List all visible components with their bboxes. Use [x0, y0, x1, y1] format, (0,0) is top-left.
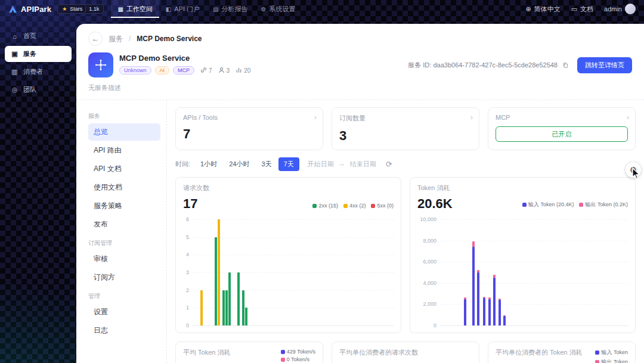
gridline [440, 325, 628, 326]
settings-gear-float[interactable]: ⚙ [626, 162, 641, 178]
subnav-item[interactable]: 发布 [88, 216, 160, 233]
y-axis-tick: 2 [183, 287, 189, 293]
time-option[interactable]: 7天 [278, 157, 299, 171]
github-stars-badge[interactable]: ★ Stars 1.1k [57, 4, 104, 14]
bar [464, 299, 466, 326]
bar [242, 290, 244, 325]
y-axis-tick: 1 [183, 305, 189, 311]
kpi-head: 平均 Token 消耗429 Token/s0 Token/s [183, 348, 315, 362]
topnav-item-label: API 门户 [174, 5, 200, 14]
sidebar-item-services[interactable]: ▣服务 [5, 46, 72, 62]
breadcrumb-parent[interactable]: 服务 [109, 34, 123, 44]
kpi-card: 平均单位消费者的请求次数5 [332, 342, 479, 363]
topnav-item[interactable]: ▤分析报告 [206, 0, 254, 18]
service-stat: 20 [236, 67, 250, 75]
chart-head: 请求次数172xx (15)4xx (2)5xx (0) [183, 184, 394, 212]
mcp-status-button[interactable]: 已开启 [496, 126, 628, 142]
sidebar-item-home[interactable]: ⌂首页 [5, 28, 72, 44]
time-option[interactable]: 3天 [256, 157, 277, 171]
plot-area [193, 219, 391, 325]
legend-item: 5xx (0) [371, 203, 394, 209]
breadcrumb: ← 服务 / MCP Demo Service [76, 24, 644, 51]
stat-card[interactable]: MCP›已开启 [488, 107, 636, 150]
topnav-item-label: 分析报告 [222, 5, 248, 14]
gridline [193, 325, 394, 326]
legend-item: 输入 Token [595, 349, 628, 356]
copy-icon[interactable] [562, 62, 569, 69]
kpi-title: 平均单位消费者的请求次数 [339, 348, 418, 357]
back-button[interactable]: ← [88, 32, 103, 46]
time-option[interactable]: 1小时 [195, 157, 222, 171]
chevron-right-icon: › [627, 113, 629, 122]
bar [488, 297, 491, 299]
star-icon: ★ [62, 6, 67, 12]
subnav-item[interactable]: 日志 [88, 322, 160, 339]
plot-area [440, 219, 626, 325]
bar [483, 298, 485, 325]
user-icon [218, 67, 225, 75]
service-stat: 7 [200, 67, 212, 75]
legend-label: 输入 Token (20.4K) [528, 201, 574, 209]
username: admin [604, 5, 622, 13]
topbar: APIPark ★ Stars 1.1k ▦工作空间◧API 门户▤分析报告⚙系… [0, 0, 644, 18]
sidebar-item-teams[interactable]: ◎团队 [5, 82, 72, 98]
bar [472, 247, 475, 325]
subnav-item[interactable]: 审核 [88, 250, 160, 268]
service-id-label: 服务 ID: [408, 61, 431, 69]
subnav-item[interactable]: 总览 [88, 123, 160, 141]
topnav-item[interactable]: ◧API 门户 [159, 0, 206, 18]
subnav-section-title: 订阅管理 [88, 239, 160, 247]
workspace-icon: ▦ [117, 6, 123, 13]
chart-legend: 2xx (15)4xx (2)5xx (0) [312, 203, 394, 209]
stat-card[interactable]: APIs / Tools›7 [175, 107, 323, 150]
service-description: 无服务描述 [88, 83, 250, 92]
back-arrow-icon: ← [92, 35, 99, 43]
sidebar-item-consumers[interactable]: ▥消费者 [5, 64, 72, 80]
legend-label: 输出 Token (0.2K) [585, 201, 628, 209]
left-sidebar: ⌂首页▣服务▥消费者◎团队 [0, 18, 76, 363]
bar [237, 272, 240, 325]
subnav-item[interactable]: 服务策略 [88, 197, 160, 215]
charts-row: 请求次数172xx (15)4xx (2)5xx (0)6543210Token… [175, 177, 636, 333]
service-stat: 3 [218, 67, 230, 75]
legend-label: 输出 Token [601, 358, 628, 363]
stat-card-label: APIs / Tools [183, 114, 315, 121]
stat-card[interactable]: 订阅数量›3 [332, 107, 479, 150]
bar [225, 290, 228, 325]
subnav-item[interactable]: API 文档 [88, 160, 160, 178]
subnav-section-title: 服务 [88, 112, 160, 120]
brand[interactable]: APIPark [8, 5, 51, 14]
service-stat-value: 20 [244, 67, 250, 74]
user-menu[interactable]: admin [604, 4, 636, 14]
gear-icon: ⚙ [630, 165, 637, 175]
refresh-icon[interactable]: ⟳ [386, 160, 392, 169]
subnav-item[interactable]: API 路由 [88, 142, 160, 159]
kpi-legend: 输入 Token输出 Token [595, 349, 628, 363]
legend-color-swatch [371, 204, 375, 208]
legend-label: 429 Token/s [287, 349, 315, 355]
topnav-item[interactable]: ⚙系统设置 [255, 0, 302, 18]
topnav-item[interactable]: ▦工作空间 [111, 0, 159, 18]
legend-color-swatch [595, 350, 599, 355]
date-range-picker[interactable]: 开始日期 → 结束日期 [308, 160, 376, 169]
chart-title: 请求次数 [183, 184, 209, 193]
legend-color-swatch [343, 204, 348, 208]
bar [222, 290, 225, 325]
subnav-item[interactable]: 订阅方 [88, 269, 160, 286]
consumers-icon: ▥ [11, 68, 18, 76]
subnav-item[interactable]: 使用文档 [88, 179, 160, 196]
chevron-right-icon: › [314, 113, 317, 122]
legend-label: 4xx (2) [349, 203, 366, 209]
legend-item: 输出 Token [595, 358, 628, 363]
breadcrumb-separator: / [129, 35, 131, 43]
language-switch[interactable]: ⊕ 简体中文 [525, 5, 560, 14]
kpi-cards-row: 平均 Token 消耗429 Token/s0 Token/s9 Token/s… [175, 342, 636, 363]
docs-link[interactable]: ▭ 文档 [571, 5, 593, 14]
brand-name: APIPark [21, 5, 51, 14]
subnav-item[interactable]: 设置 [88, 303, 160, 321]
services-icon: ▣ [11, 50, 18, 58]
time-option[interactable]: 24小时 [224, 157, 255, 171]
goto-detail-button[interactable]: 跳转至详情页 [577, 57, 632, 73]
y-axis-tick: 0 [183, 322, 189, 328]
date-arrow-icon: → [339, 160, 345, 169]
